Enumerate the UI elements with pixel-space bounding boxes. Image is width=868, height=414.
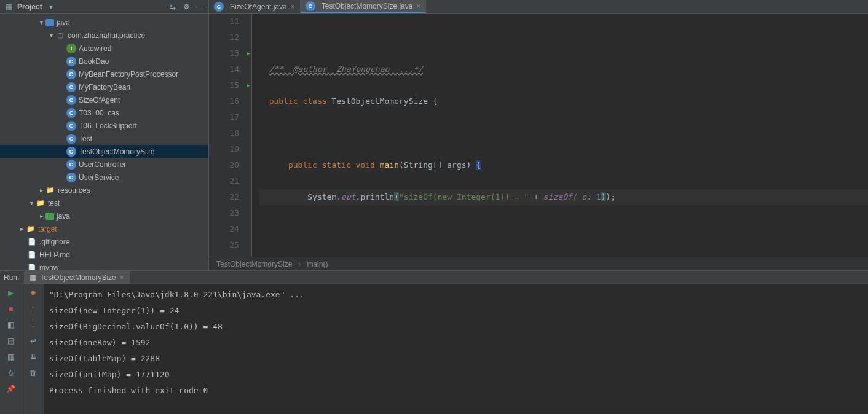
console-line: sizeOf(unitMap) = 1771120 — [49, 367, 863, 383]
run-panel: Run: ▦ TestObjectMomorySize × ▶ ■ ◧ ▤ ▥ … — [0, 270, 868, 414]
console-line: sizeOf(new Integer(1)) = 24 — [49, 303, 863, 319]
editor-tabs: C SizeOfAgent.java × C TestObjectMomoryS… — [209, 0, 868, 14]
stop-icon[interactable]: ■ — [6, 304, 16, 314]
wrap-icon[interactable]: ↩ — [28, 336, 38, 346]
console-line: sizeOf(tableMap) = 2288 — [49, 351, 863, 367]
tree-node-target[interactable]: ▸📁target — [0, 222, 208, 235]
project-tree[interactable]: ▾java ▾▢com.zhazhahui.practice IAutowire… — [0, 14, 208, 270]
run-tab-label: TestObjectMomorySize — [40, 273, 116, 282]
tree-node-t06[interactable]: CT06_LockSupport — [0, 119, 208, 132]
scroll-icon[interactable]: ⇊ — [28, 352, 38, 362]
run-toolbar-primary: ▶ ■ ◧ ▤ ▥ ⎙ 📌 — [0, 284, 22, 414]
debug-icon[interactable]: ✹ — [28, 288, 38, 298]
project-panel: ▦ Project ▾ ⇆ ⚙ — ▾java ▾▢com.zhazhahui.… — [0, 0, 209, 270]
tree-node-myfactorybean[interactable]: CMyFactoryBean — [0, 80, 208, 93]
breadcrumb: TestObjectMomorySize › main() — [209, 257, 868, 270]
run-config-icon: ▦ — [30, 273, 36, 282]
tab-testobject[interactable]: C TestObjectMomorySize.java × — [301, 0, 427, 13]
tree-node-testfolder[interactable]: ▾📁test — [0, 197, 208, 209]
tree-node-autowired[interactable]: IAutowired — [0, 42, 208, 55]
close-icon[interactable]: × — [291, 2, 295, 11]
layout2-icon[interactable]: ▥ — [6, 352, 16, 362]
console-line: sizeOf(oneRow) = 1592 — [49, 335, 863, 351]
panel-title: Project — [17, 2, 42, 11]
run-header: Run: ▦ TestObjectMomorySize × — [0, 271, 868, 284]
gutter: 11 12 13▶ 14 15▶ 16 17 18 19 20 21 22 23… — [209, 14, 252, 257]
tab-label: SizeOfAgent.java — [230, 2, 287, 11]
project-panel-header: ▦ Project ▾ ⇆ ⚙ — — [0, 0, 208, 14]
tree-node-mybeanfactory[interactable]: CMyBeanFactoryPostProcessor — [0, 68, 208, 80]
tree-node-java2[interactable]: ▸java — [0, 209, 208, 222]
rerun-icon[interactable]: ▶ — [6, 288, 16, 298]
gear-icon[interactable]: ⚙ — [181, 2, 191, 12]
breadcrumb-item[interactable]: TestObjectMomorySize — [216, 260, 292, 268]
close-icon[interactable]: × — [416, 2, 420, 10]
up-icon[interactable]: ↑ — [28, 304, 38, 314]
run-gutter-icon[interactable]: ▶ — [247, 77, 250, 93]
editor-area: C SizeOfAgent.java × C TestObjectMomoryS… — [209, 0, 868, 270]
tree-node-gitignore[interactable]: 📄.gitignore — [0, 235, 208, 248]
dropdown-icon[interactable]: ▾ — [46, 2, 56, 12]
tree-node-sizeofagent[interactable]: CSizeOfAgent — [0, 93, 208, 106]
tree-node-userservice[interactable]: CUserService — [0, 171, 208, 184]
tree-node-testobject[interactable]: CTestObjectMomorySize — [0, 145, 208, 158]
print-icon[interactable]: ⎙ — [6, 368, 16, 378]
tree-node-bookdao[interactable]: CBookDao — [0, 55, 208, 68]
run-label: Run: — [4, 273, 19, 282]
console-line: sizeOf(BigDecimal.valueOf(1.0)) = 48 — [49, 319, 863, 335]
console-line: "D:\Program Files\Java\jdk1.8.0_221\bin\… — [49, 287, 863, 303]
tree-node-usercontroller[interactable]: CUserController — [0, 158, 208, 171]
hide-icon[interactable]: — — [195, 2, 205, 12]
tree-node-test[interactable]: CTest — [0, 132, 208, 145]
pin-icon[interactable]: 📌 — [6, 384, 16, 394]
tab-sizeofagent[interactable]: C SizeOfAgent.java × — [209, 0, 301, 13]
layout-icon[interactable]: ▤ — [6, 336, 16, 346]
class-icon: C — [306, 1, 315, 11]
console-line: Process finished with exit code 0 — [49, 383, 863, 399]
tab-label: TestObjectMomorySize.java — [322, 2, 413, 10]
code-content[interactable]: /** @author ZhaYongchao ...*/ public cla… — [252, 14, 868, 257]
collapse-icon[interactable]: ⇆ — [168, 2, 178, 12]
tree-node-java[interactable]: ▾java — [0, 16, 208, 29]
tree-node-t03[interactable]: CT03_00_cas — [0, 106, 208, 119]
run-toolbar-secondary: ✹ ↑ ↓ ↩ ⇊ 🗑 — [22, 284, 44, 414]
camera-icon[interactable]: ◧ — [6, 320, 16, 330]
run-gutter-icon[interactable]: ▶ — [247, 45, 250, 61]
tree-node-mvnw[interactable]: 📄mvnw — [0, 261, 208, 270]
class-icon: C — [214, 2, 224, 12]
down-icon[interactable]: ↓ — [28, 320, 38, 330]
project-icon: ▦ — [4, 2, 14, 12]
run-tab[interactable]: ▦ TestObjectMomorySize × — [24, 271, 129, 284]
console-output[interactable]: "D:\Program Files\Java\jdk1.8.0_221\bin\… — [44, 284, 868, 414]
chevron-right-icon: › — [298, 260, 301, 268]
code-editor[interactable]: 11 12 13▶ 14 15▶ 16 17 18 19 20 21 22 23… — [209, 14, 868, 257]
close-icon[interactable]: × — [120, 273, 124, 282]
breadcrumb-item[interactable]: main() — [307, 260, 328, 268]
tree-node-resources[interactable]: ▸📁resources — [0, 184, 208, 197]
trash-icon[interactable]: 🗑 — [28, 368, 38, 378]
tree-node-help[interactable]: 📄HELP.md — [0, 248, 208, 261]
tree-node-package[interactable]: ▾▢com.zhazhahui.practice — [0, 29, 208, 42]
